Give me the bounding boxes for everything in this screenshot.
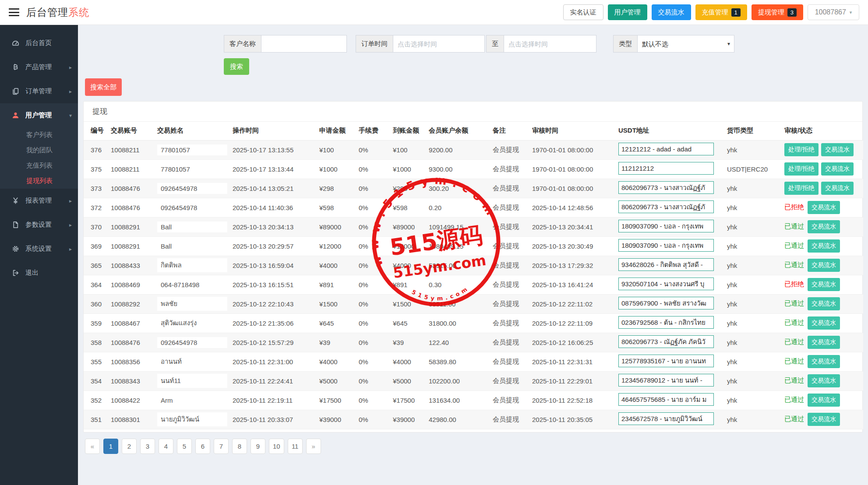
customer-name-input[interactable] <box>261 35 347 53</box>
sidebar-item-退出[interactable]: 退出 <box>0 261 78 285</box>
search-all-button[interactable]: 搜索全部 <box>85 78 122 96</box>
cell-audit-time: 2025-10-11 22:52:18 <box>529 390 616 410</box>
pagination-page-6[interactable]: 6 <box>195 439 210 454</box>
sidebar-item-报表管理[interactable]: 报表管理▸ <box>0 189 78 213</box>
cell-amount: ¥39000 <box>317 410 356 429</box>
transaction-flow-button[interactable]: 交易流水 <box>808 336 840 349</box>
usdt-address-input[interactable]: 0875967900 - พลชัย สรางวัฒ <box>618 297 714 309</box>
header-button-用户管理[interactable]: 用户管理 <box>608 4 647 20</box>
sidebar-item-后台首页[interactable]: 后台首页 <box>0 31 78 55</box>
pagination-page-11[interactable]: 11 <box>288 439 303 454</box>
cell-id: 365 <box>84 256 108 275</box>
transaction-flow-button[interactable]: 交易流水 <box>808 201 840 214</box>
cell-balance: 42980.00 <box>426 410 490 429</box>
transaction-flow-button[interactable]: 交易流水 <box>808 220 840 233</box>
sidebar-item-参数设置[interactable]: 参数设置▸ <box>0 213 78 237</box>
pagination-page-4[interactable]: 4 <box>159 439 173 454</box>
username-dropdown[interactable]: 10087867▾ <box>808 4 859 20</box>
transaction-flow-button[interactable]: 交易流水 <box>808 374 840 387</box>
pagination-page-9[interactable]: 9 <box>251 439 265 454</box>
cell-remark: 会员提现 <box>490 371 529 390</box>
sidebar-item-产品管理[interactable]: 产品管理▸ <box>0 55 78 79</box>
cell-account: 10088356 <box>108 352 155 371</box>
transaction-flow-button[interactable]: 交易流水 <box>808 413 840 426</box>
sidebar-item-系统设置[interactable]: 系统设置▸ <box>0 237 78 261</box>
sidebar-item-label: 后台首页 <box>25 39 52 47</box>
usdt-address-input[interactable]: 1809037090 - บอล - กรุงเทพ <box>618 239 714 252</box>
usdt-address-input[interactable]: 125778935167 - นาย อานนท <box>618 355 714 367</box>
params-icon <box>11 221 20 228</box>
usdt-address-input[interactable]: 1809037090 - บอล - กรุงเทพ <box>618 220 714 232</box>
transaction-flow-button[interactable]: 交易流水 <box>808 355 840 368</box>
header-button-充值管理[interactable]: 充值管理1 <box>695 4 747 20</box>
order-time-end-input[interactable] <box>504 35 596 53</box>
cell-fee: 0% <box>356 313 390 333</box>
cell-currency: yhk <box>724 198 782 217</box>
pagination-page-1[interactable]: 1 <box>103 439 118 454</box>
cell-usdt-address: 0236792568 - ต้น - กสิกรไทย <box>616 313 724 333</box>
transaction-flow-button[interactable]: 交易流水 <box>821 143 854 156</box>
usdt-address-input[interactable]: 8062096773 - ณัฏฐ์ภัค ภัคนิวั <box>618 335 714 348</box>
transaction-flow-button[interactable]: 交易流水 <box>808 278 840 291</box>
usdt-address-input[interactable]: 464657575685 - นาย อาร์ม ม <box>618 393 714 406</box>
pagination-page-8[interactable]: 8 <box>232 439 247 454</box>
hamburger-menu-icon[interactable] <box>9 8 19 16</box>
sidebar-item-用户管理[interactable]: 用户管理▾ <box>0 103 78 127</box>
header-button-提现管理[interactable]: 提现管理3 <box>752 4 803 20</box>
usdt-address-input[interactable]: 8062096773 - นางสาวณัฏฐ์ภั <box>618 181 714 194</box>
usdt-address-input[interactable]: 2345672578 - นายภูมิวิวัฒน์ <box>618 412 714 425</box>
transaction-flow-button[interactable]: 交易流水 <box>808 316 840 330</box>
brand-prefix: 后台管理 <box>26 7 68 18</box>
cell-id: 359 <box>84 313 108 333</box>
cell-audit-time: 2025-10-13 20:30:49 <box>529 236 616 256</box>
usdt-address-input[interactable]: 0236792568 - ต้น - กสิกรไทย <box>618 316 714 329</box>
column-header-货币类型: 货币类型 <box>724 122 782 140</box>
pagination-page-2[interactable]: 2 <box>122 439 137 454</box>
process-reject-button[interactable]: 处理/拒绝 <box>784 143 819 156</box>
cell-account: 10088301 <box>108 410 155 429</box>
pagination-page-5[interactable]: 5 <box>177 439 192 454</box>
sidebar-subitem-我的团队[interactable]: 我的团队 <box>0 143 78 158</box>
panel-title: 提现 <box>84 102 862 122</box>
pagination-page-7[interactable]: 7 <box>214 439 229 454</box>
header-button-实名认证[interactable]: 实名认证 <box>563 4 603 20</box>
usdt-address-input[interactable]: 112121212 <box>618 162 714 175</box>
header-button-label: 实名认证 <box>570 8 596 17</box>
transaction-flow-button[interactable]: 交易流水 <box>808 239 840 253</box>
sidebar-subitem-提现列表[interactable]: 提现列表 <box>0 173 78 189</box>
usdt-address-input[interactable]: 9320507104 - นางสงวนศรี บุ <box>618 278 714 290</box>
header-button-交易流水[interactable]: 交易流水 <box>652 4 691 20</box>
pagination-page-3[interactable]: 3 <box>140 439 155 454</box>
search-button[interactable]: 搜索 <box>224 58 249 75</box>
status-approved-label: 已通过 <box>784 357 804 365</box>
sidebar-item-订单管理[interactable]: 订单管理▸ <box>0 79 78 103</box>
transaction-flow-button[interactable]: 交易流水 <box>821 182 854 195</box>
table-row: 37610088211778010572025-10-17 13:13:55¥1… <box>84 140 863 159</box>
usdt-address-input[interactable]: 8062096773 - นางสาวณัฏฐ์ภั <box>618 200 714 213</box>
type-select[interactable]: 默认不选 <box>637 35 734 53</box>
trade-name-box: 0926454978 <box>157 337 227 348</box>
cell-usdt-address: 8062096773 - นางสาวณัฏฐ์ภั <box>616 198 724 217</box>
transaction-flow-button[interactable]: 交易流水 <box>808 297 840 310</box>
cell-fee: 0% <box>356 256 390 275</box>
order-time-start-input[interactable] <box>393 35 485 53</box>
usdt-address-input[interactable]: 934628026 - กิตติพล สุวัสดี - <box>618 258 714 271</box>
process-reject-button[interactable]: 处理/拒绝 <box>784 162 819 176</box>
sidebar-subitem-充值列表[interactable]: 充值列表 <box>0 158 78 173</box>
transaction-flow-button[interactable]: 交易流水 <box>808 259 840 272</box>
sidebar-subitem-客户列表[interactable]: 客户列表 <box>0 127 78 143</box>
pagination-page-10[interactable]: 10 <box>269 439 284 454</box>
status-rejected-label: 已拒绝 <box>784 203 804 211</box>
usdt-address-input[interactable]: 123456789012 - นาย นนท์ - <box>618 374 714 387</box>
settings-icon <box>11 245 20 253</box>
pagination-prev[interactable]: « <box>85 439 100 454</box>
table-row: 37010088291Ball2025-10-13 20:34:13¥89000… <box>84 217 863 236</box>
column-header-交易账号: 交易账号 <box>108 122 155 140</box>
process-reject-button[interactable]: 处理/拒绝 <box>784 182 819 195</box>
pagination-next[interactable]: » <box>306 439 321 454</box>
cell-currency: yhk <box>724 410 782 429</box>
usdt-address-input[interactable]: 12121212 - adad - adad <box>618 143 714 155</box>
cell-name: กิตติพล <box>155 256 230 275</box>
transaction-flow-button[interactable]: 交易流水 <box>821 162 854 176</box>
transaction-flow-button[interactable]: 交易流水 <box>808 394 840 407</box>
